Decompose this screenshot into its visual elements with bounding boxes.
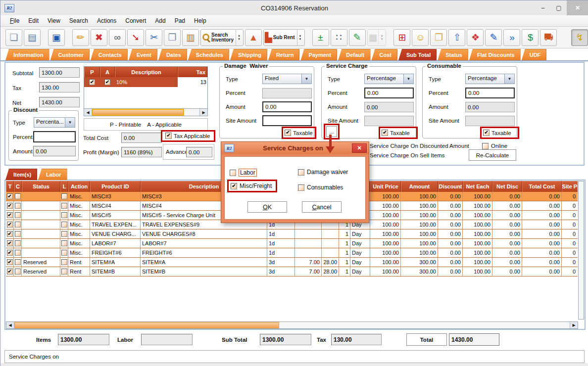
dialog-title-bar[interactable]: R2 Service Charges on ✕ — [221, 142, 369, 154]
menu-file[interactable]: File — [5, 16, 24, 26]
checkbox[interactable] — [104, 79, 110, 85]
tab-udf[interactable]: UDF — [522, 49, 547, 60]
cancel-button[interactable]: Cancel — [302, 201, 342, 213]
table-row[interactable]: ReservedRentSITEM#ASITEM#A3d7.0028.001Da… — [6, 258, 578, 267]
checkbox[interactable] — [7, 259, 13, 265]
shortcut-key-button[interactable]: ⇧ — [448, 29, 465, 46]
chevron-down-icon[interactable] — [504, 74, 514, 84]
tab-status[interactable]: Status — [438, 49, 468, 60]
delete-button[interactable]: ✖ — [91, 29, 107, 46]
dialog-option-labor[interactable]: Labor — [230, 169, 257, 177]
group-button[interactable]: ∷ — [331, 29, 347, 46]
search-inventory-dropdown-icon[interactable]: ▾▾ — [236, 30, 242, 46]
checkbox[interactable] — [230, 170, 236, 176]
tab-flat-discounts[interactable]: Flat Discounts — [469, 49, 521, 60]
checkbox[interactable] — [15, 240, 21, 246]
scroll-right-icon[interactable]: ▶ — [199, 109, 207, 116]
tax-row-description-cell[interactable]: 10% — [115, 77, 178, 87]
save-button[interactable]: ▣ — [48, 29, 65, 46]
scrollbar-thumb[interactable] — [14, 322, 279, 328]
blocks-button[interactable]: ❖ — [467, 29, 484, 46]
menu-search[interactable]: Search — [65, 16, 93, 26]
billing-button[interactable]: $ — [522, 29, 539, 46]
checkbox[interactable] — [15, 203, 21, 209]
minimize-button[interactable]: – — [535, 0, 551, 15]
tab-payment[interactable]: Payment — [300, 49, 337, 60]
checkbox[interactable] — [15, 231, 21, 237]
checkbox[interactable] — [15, 269, 21, 274]
calendar-dropdown-icon[interactable]: ▾▾ — [378, 30, 385, 46]
folder-history-button[interactable]: ❒ — [430, 29, 447, 46]
scrollbar-track[interactable] — [184, 109, 199, 116]
checkbox[interactable] — [15, 212, 21, 218]
tab-schedules[interactable]: Schedules — [188, 49, 229, 60]
item-table-hscrollbar[interactable]: ◀ ▶ — [6, 321, 578, 329]
checkbox[interactable] — [61, 231, 67, 237]
checkbox[interactable] — [61, 203, 67, 209]
checkbox[interactable] — [61, 193, 67, 199]
table-row[interactable]: ReservedRentSITEM#BSITEM#B3d7.0028.001Da… — [6, 267, 578, 276]
tab-cost[interactable]: Cost — [372, 49, 397, 60]
paste-button[interactable]: ▥ — [182, 29, 199, 46]
quick-action-button[interactable]: ↯ — [571, 29, 588, 46]
edit-button[interactable]: ✏ — [72, 29, 89, 46]
delivery-button[interactable]: ⛟ — [540, 29, 557, 46]
maximize-button[interactable]: ▢ — [551, 0, 567, 15]
sc-type-combo[interactable]: Percentage — [364, 74, 414, 84]
checkbox[interactable] — [7, 193, 13, 199]
transfer-button[interactable]: ➘ — [127, 29, 144, 46]
checkbox[interactable] — [61, 240, 67, 246]
dialog-close-icon[interactable]: ✕ — [352, 143, 367, 153]
menu-actions[interactable]: Actions — [93, 16, 121, 26]
checkbox[interactable] — [298, 169, 304, 176]
dialog-option-consumables[interactable]: Consumables — [298, 184, 343, 191]
calendar-button[interactable]: ▦▾▾ — [367, 29, 387, 46]
tax-grid-hscrollbar[interactable]: ◀ ▶ — [84, 108, 208, 116]
chevron-down-icon[interactable] — [301, 74, 311, 84]
scroll-left-icon[interactable]: ◀ — [6, 322, 14, 328]
tax-grid-row[interactable]: 10%13 — [84, 77, 207, 87]
add-remove-button[interactable]: ± — [312, 29, 329, 46]
table-row[interactable]: Misc.LABOR#7LABOR#71d1Day100.00100.000.0… — [6, 239, 578, 248]
menu-add[interactable]: Add — [150, 16, 170, 26]
checkbox[interactable] — [61, 269, 67, 274]
scroll-left-icon[interactable]: ◀ — [84, 109, 92, 116]
chevron-down-icon[interactable] — [65, 118, 75, 127]
chevron-down-icon[interactable] — [403, 74, 413, 84]
item-table-vscrollbar[interactable] — [578, 181, 584, 320]
checkbox[interactable] — [15, 259, 21, 265]
checkbox[interactable] — [7, 222, 13, 228]
menu-edit[interactable]: Edit — [24, 16, 43, 26]
tax-row-applicable-cell[interactable] — [100, 77, 115, 87]
checkbox[interactable] — [61, 222, 67, 228]
tab-event[interactable]: Event — [129, 49, 157, 60]
tax-applicable-checkbox[interactable] — [165, 133, 172, 139]
item-tab-item-s[interactable]: Item(s) — [5, 169, 37, 180]
dw-site-amount-input[interactable] — [262, 115, 312, 126]
checkbox[interactable] — [7, 250, 13, 256]
item-tab-labor[interactable]: Labor — [38, 169, 67, 180]
checkbox[interactable] — [61, 259, 67, 265]
tab-customer[interactable]: Customer — [50, 49, 90, 60]
menu-pad[interactable]: Pad — [170, 16, 190, 26]
tab-dates[interactable]: Dates — [158, 49, 187, 60]
tab-default[interactable]: Default — [338, 49, 370, 60]
discount-type-combo[interactable]: Percenta... — [34, 117, 75, 128]
cons-taxable-checkbox[interactable] — [483, 130, 490, 136]
edit-notes-button[interactable]: ✎ — [485, 29, 502, 46]
checkbox[interactable] — [7, 269, 13, 274]
checkbox[interactable] — [298, 184, 304, 191]
scroll-right-icon[interactable]: ▶ — [570, 322, 578, 328]
tab-shipping[interactable]: Shipping — [230, 49, 267, 60]
sub-rent-button[interactable]: ▙Sub Rent▾▾ — [263, 29, 305, 46]
online-checkbox[interactable] — [482, 143, 489, 149]
recalculate-button[interactable]: Re-Calculate — [469, 149, 516, 161]
scrollbar-thumb[interactable] — [92, 109, 184, 116]
sc-taxable-checkbox[interactable] — [382, 130, 388, 136]
dw-type-combo[interactable]: Fixed — [262, 74, 312, 84]
tab-return[interactable]: Return — [268, 49, 299, 60]
cut-button[interactable]: ✂ — [146, 29, 162, 46]
tab-contacts[interactable]: Contacts — [91, 49, 128, 60]
checkbox[interactable] — [89, 79, 95, 85]
new-button[interactable]: ❏ — [5, 29, 22, 46]
